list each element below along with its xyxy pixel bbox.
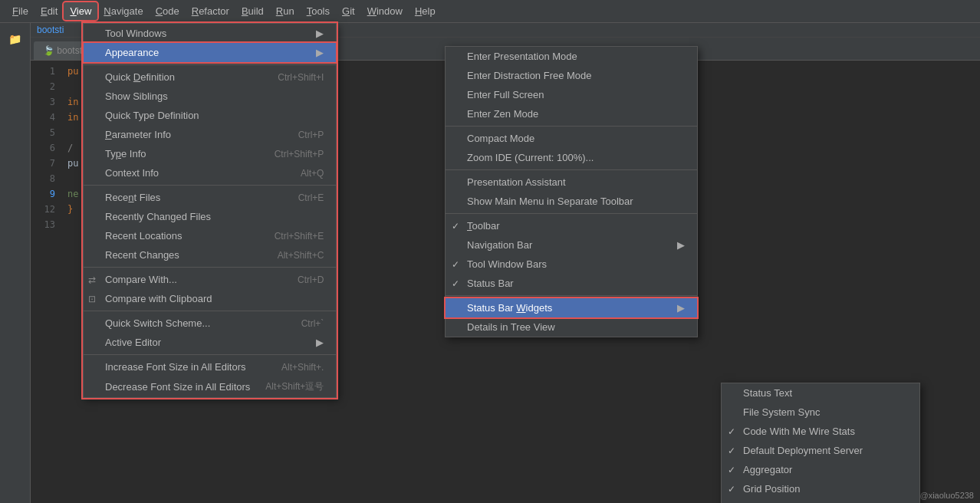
appearance-show-main-menu-label: Show Main Menu in Separate Toolbar bbox=[467, 196, 633, 207]
appearance-presentation-mode-label: Enter Presentation Mode bbox=[467, 51, 577, 62]
appearance-full-screen-label: Enter Full Screen bbox=[467, 89, 544, 100]
arrow-icon: ▶ bbox=[301, 337, 324, 348]
menu-file[interactable]: File bbox=[6, 2, 35, 20]
appearance-show-main-menu[interactable]: Show Main Menu in Separate Toolbar bbox=[446, 192, 697, 211]
widget-status-text[interactable]: Status Text bbox=[722, 383, 919, 403]
separator bbox=[84, 354, 336, 355]
appearance-compact-mode-label: Compact Mode bbox=[467, 133, 534, 144]
view-recently-changed[interactable]: Recently Changed Files bbox=[84, 207, 336, 226]
menu-refactor[interactable]: Refactor bbox=[186, 2, 235, 20]
view-tool-windows[interactable]: Tool Windows ▶ bbox=[84, 24, 336, 43]
view-recent-locations[interactable]: Recent Locations Ctrl+Shift+E bbox=[84, 226, 336, 245]
menu-code[interactable]: Code bbox=[150, 2, 186, 20]
widget-default-deployment[interactable]: ✓ Default Deployment Server bbox=[722, 441, 919, 460]
arrow-icon: ▶ bbox=[301, 28, 324, 39]
view-compare-with[interactable]: ⇄ Compare With... Ctrl+D bbox=[84, 270, 336, 289]
appearance-navigation-bar[interactable]: Navigation Bar ▶ bbox=[446, 235, 697, 255]
check-icon: ✓ bbox=[452, 278, 459, 289]
appearance-submenu[interactable]: Enter Presentation Mode Enter Distractio… bbox=[445, 46, 698, 337]
check-icon: ✓ bbox=[452, 259, 459, 270]
shortcut-label: Alt+Shift+逗号 bbox=[250, 380, 324, 393]
appearance-presentation-assistant[interactable]: Presentation Assistant bbox=[446, 173, 697, 192]
view-recent-files[interactable]: Recent Files Ctrl+E bbox=[84, 188, 336, 207]
menu-view[interactable]: View bbox=[64, 2, 97, 20]
nav-project[interactable]: bootsti bbox=[37, 25, 64, 35]
appearance-status-bar-widgets[interactable]: Status Bar Widgets ▶ bbox=[446, 298, 697, 317]
appearance-compact-mode[interactable]: Compact Mode bbox=[446, 129, 697, 148]
widget-file-system-sync[interactable]: File System Sync bbox=[722, 403, 919, 422]
check-icon: ✓ bbox=[452, 221, 459, 232]
view-decrease-font-label: Decrease Font Size in All Editors bbox=[105, 381, 250, 393]
view-increase-font[interactable]: Increase Font Size in All Editors Alt+Sh… bbox=[84, 357, 336, 376]
menu-git[interactable]: Git bbox=[336, 2, 361, 20]
appearance-status-bar-label: Status Bar bbox=[467, 278, 514, 289]
appearance-tool-window-bars[interactable]: ✓ Tool Window Bars bbox=[446, 255, 697, 274]
widget-code-with-me[interactable]: ✓ Code With Me Wire Stats bbox=[722, 422, 919, 441]
view-menu-dropdown[interactable]: Tool Windows ▶ Appearance ▶ Quick Defini… bbox=[83, 23, 337, 398]
view-show-siblings[interactable]: Show Siblings bbox=[84, 87, 336, 106]
widgets-submenu[interactable]: Status Text File System Sync ✓ Code With… bbox=[721, 383, 920, 503]
appearance-presentation-assistant-label: Presentation Assistant bbox=[467, 176, 566, 188]
shortcut-label: Ctrl+E bbox=[283, 192, 324, 203]
separator bbox=[446, 169, 697, 170]
menu-help[interactable]: Help bbox=[409, 2, 442, 20]
view-compare-with-label: Compare With... bbox=[105, 274, 177, 285]
appearance-details-tree[interactable]: Details in Tree View bbox=[446, 317, 697, 337]
view-context-info[interactable]: Context Info Alt+Q bbox=[84, 163, 336, 182]
view-recent-changes-label: Recent Changes bbox=[105, 249, 179, 261]
appearance-navigation-bar-label: Navigation Bar bbox=[467, 239, 532, 251]
arrow-icon: ▶ bbox=[662, 302, 685, 314]
menu-tools[interactable]: Tools bbox=[301, 2, 336, 20]
view-compare-clipboard-label: Compare with Clipboard bbox=[105, 293, 212, 304]
menu-run[interactable]: Run bbox=[270, 2, 301, 20]
view-appearance[interactable]: Appearance ▶ bbox=[84, 43, 336, 62]
appearance-full-screen[interactable]: Enter Full Screen bbox=[446, 85, 697, 104]
view-recent-files-label: Recent Files bbox=[105, 192, 160, 203]
arrow-icon: ▶ bbox=[301, 47, 324, 58]
view-quick-switch-label: Quick Switch Scheme... bbox=[105, 317, 210, 329]
appearance-toolbar[interactable]: ✓ Toolbar bbox=[446, 216, 697, 235]
view-decrease-font[interactable]: Decrease Font Size in All Editors Alt+Sh… bbox=[84, 376, 336, 397]
separator bbox=[84, 185, 336, 186]
menu-window[interactable]: Window bbox=[361, 2, 409, 20]
view-compare-clipboard[interactable]: ⊡ Compare with Clipboard bbox=[84, 289, 336, 308]
separator bbox=[446, 213, 697, 214]
view-recent-changes[interactable]: Recent Changes Alt+Shift+C bbox=[84, 245, 336, 265]
shortcut-label: Ctrl+Shift+I bbox=[262, 72, 324, 83]
shortcut-label: Ctrl+Shift+E bbox=[259, 231, 324, 242]
appearance-presentation-mode[interactable]: Enter Presentation Mode bbox=[446, 47, 697, 66]
menu-edit[interactable]: Edit bbox=[35, 2, 64, 20]
clipboard-icon: ⊡ bbox=[88, 294, 96, 304]
appearance-zen-mode[interactable]: Enter Zen Mode bbox=[446, 104, 697, 123]
widget-status-text-label: Status Text bbox=[743, 387, 792, 399]
view-active-editor[interactable]: Active Editor ▶ bbox=[84, 333, 336, 352]
widget-aggregator[interactable]: ✓ Aggregator bbox=[722, 460, 919, 479]
view-quick-type-label: Quick Type Definition bbox=[105, 110, 199, 121]
widget-grid-position[interactable]: ✓ Grid Position bbox=[722, 479, 919, 498]
view-tool-windows-label: Tool Windows bbox=[105, 28, 166, 39]
sidebar: 📁 bbox=[0, 23, 31, 503]
view-increase-font-label: Increase Font Size in All Editors bbox=[105, 361, 246, 373]
view-parameter-info[interactable]: Parameter Info Ctrl+P bbox=[84, 125, 336, 144]
separator bbox=[84, 267, 336, 268]
view-type-info[interactable]: Type Info Ctrl+Shift+P bbox=[84, 144, 336, 163]
menu-build[interactable]: Build bbox=[235, 2, 270, 20]
widget-line-column[interactable]: ✓ Line:Column Number bbox=[722, 498, 919, 503]
appearance-zen-mode-label: Enter Zen Mode bbox=[467, 108, 538, 120]
widget-grid-position-label: Grid Position bbox=[743, 483, 800, 495]
appearance-tool-window-bars-label: Tool Window Bars bbox=[467, 258, 547, 270]
appearance-zoom-ide[interactable]: Zoom IDE (Current: 100%)... bbox=[446, 148, 697, 167]
view-quick-definition-label: Quick Definition bbox=[105, 71, 175, 83]
appearance-distraction-free[interactable]: Enter Distraction Free Mode bbox=[446, 66, 697, 85]
shortcut-label: Ctrl+D bbox=[282, 275, 324, 285]
view-active-editor-label: Active Editor bbox=[105, 337, 161, 348]
view-parameter-info-label: Parameter Info bbox=[105, 129, 171, 140]
view-quick-switch[interactable]: Quick Switch Scheme... Ctrl+` bbox=[84, 314, 336, 333]
shortcut-label: Alt+Q bbox=[285, 168, 324, 179]
appearance-status-bar[interactable]: ✓ Status Bar bbox=[446, 274, 697, 293]
view-quick-type[interactable]: Quick Type Definition bbox=[84, 106, 336, 125]
menu-navigate[interactable]: Navigate bbox=[97, 2, 149, 20]
view-recent-locations-label: Recent Locations bbox=[105, 230, 182, 242]
view-quick-definition[interactable]: Quick Definition Ctrl+Shift+I bbox=[84, 67, 336, 87]
sidebar-icon-project[interactable]: 📁 bbox=[4, 28, 27, 51]
